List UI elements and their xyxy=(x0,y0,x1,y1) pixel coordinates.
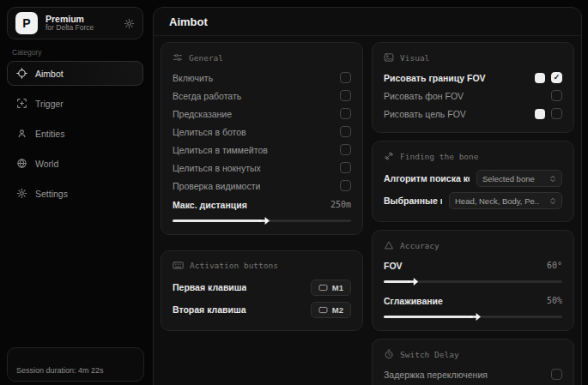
panel-visual: Visual Рисовать границу FOV Рисовать фон… xyxy=(372,42,574,133)
keybind-label: Вторая клавиша xyxy=(173,304,246,315)
mouse-key-icon xyxy=(318,306,328,314)
panel-title: Switch Delay xyxy=(400,350,459,359)
visual-row: Рисовать фон FOV xyxy=(384,87,562,105)
slider-value: 250m xyxy=(330,200,351,209)
keybind-label: Первая клавиша xyxy=(173,282,246,292)
sidebar-item-trigger[interactable]: Trigger xyxy=(7,91,143,116)
toggle-row: Всегда работать xyxy=(173,87,351,105)
slider-thumb[interactable] xyxy=(408,278,418,286)
bone-icon xyxy=(384,151,394,161)
session-duration: Session duration: 4m 22s xyxy=(7,347,144,382)
slider-value: 60° xyxy=(547,261,562,270)
sidebar-item-entities[interactable]: Entities xyxy=(7,121,143,146)
bone-row: Выбранные кости Head, Neck, Body, Pe.. xyxy=(384,189,562,212)
toggle-label: Целиться в тиммейтов xyxy=(173,145,268,155)
visual-row: Рисовать цель FOV xyxy=(384,105,562,123)
slider-smoothing: Сглаживание 50% xyxy=(384,292,562,321)
slider-track-area[interactable] xyxy=(384,277,562,286)
keybind-button[interactable]: M2 xyxy=(311,302,351,318)
stopwatch-icon xyxy=(384,349,394,359)
slider-label: Макс. дистанция xyxy=(173,200,247,210)
select-value: Head, Neck, Body, Pe.. xyxy=(455,196,539,206)
checkbox[interactable] xyxy=(551,369,562,380)
chevron-up-down-icon xyxy=(549,175,556,183)
checkbox[interactable] xyxy=(551,90,562,101)
checkbox[interactable] xyxy=(340,72,351,83)
sidebar-item-label: Entities xyxy=(35,129,64,139)
sidebar-nav: Aimbot Trigger Entities World Settings xyxy=(0,61,150,206)
session-duration-label: Session duration: 4m 22s xyxy=(16,366,104,375)
toggle-label: Включить xyxy=(173,73,213,83)
checkbox[interactable] xyxy=(340,162,351,173)
visual-label: Рисовать границу FOV xyxy=(384,73,486,83)
panel-title: Finding the bone xyxy=(400,152,479,161)
toggle-label: Всегда работать xyxy=(173,91,241,101)
chevron-up-down-icon xyxy=(549,197,556,205)
panel-switch-delay: Switch Delay Задержка переключения Задер… xyxy=(372,339,574,385)
visual-row: Рисовать границу FOV xyxy=(384,69,562,87)
license-subtitle: for Delta Force xyxy=(45,24,116,33)
toggle-row: Целиться в нокнутых xyxy=(173,159,351,177)
main-panel: Aimbot General Включить Всегда работать xyxy=(153,7,582,385)
keybind-row: Вторая клавиша M2 xyxy=(173,298,351,321)
panel-title: Visual xyxy=(400,53,429,63)
toggle-label: Предсказание xyxy=(173,109,232,119)
sidebar-item-settings[interactable]: Settings xyxy=(7,181,143,206)
slider-thumb[interactable] xyxy=(470,313,481,321)
slider-value: 50% xyxy=(547,296,562,305)
checkbox[interactable] xyxy=(340,144,351,155)
toggle-row: Предсказание xyxy=(173,105,351,123)
slider-max-distance: Макс. дистанция 250m xyxy=(173,196,351,225)
checkbox[interactable] xyxy=(551,108,562,119)
checkbox[interactable] xyxy=(340,126,351,137)
color-swatch[interactable] xyxy=(535,73,545,83)
page-title: Aimbot xyxy=(154,8,581,36)
entities-icon xyxy=(16,128,27,139)
toggle-row: Задержка переключения xyxy=(384,365,562,383)
selected-bones-select[interactable]: Head, Neck, Body, Pe.. xyxy=(449,192,562,209)
slider-track-area[interactable] xyxy=(384,312,562,321)
color-swatch[interactable] xyxy=(535,109,545,119)
keybind-button[interactable]: M1 xyxy=(311,280,351,296)
panel-title: General xyxy=(189,53,223,63)
panel-activation-buttons: Activation buttons Первая клавиша M1 Вто… xyxy=(161,250,363,331)
license-card: P Premium for Delta Force xyxy=(7,7,143,39)
gear-icon[interactable] xyxy=(124,18,135,29)
sidebar-item-label: World xyxy=(35,159,58,169)
mouse-key-icon xyxy=(318,284,328,292)
panel-title: Activation buttons xyxy=(190,261,278,270)
checkbox[interactable] xyxy=(340,90,351,101)
panel-general: General Включить Всегда работать Предска… xyxy=(161,42,363,235)
sidebar-item-world[interactable]: World xyxy=(7,151,143,176)
category-label: Category xyxy=(12,48,138,57)
sidebar: P Premium for Delta Force Category Aimbo… xyxy=(0,0,150,385)
toggle-label: Задержка переключения xyxy=(384,370,488,380)
trigger-icon xyxy=(16,98,27,109)
bone-label: Выбранные кости xyxy=(384,196,442,206)
panel-accuracy: Accuracy FOV 60° Сглаживание xyxy=(372,230,574,331)
sidebar-item-label: Settings xyxy=(35,189,68,199)
checkbox[interactable] xyxy=(340,108,351,119)
slider-fov: FOV 60° xyxy=(384,256,562,286)
slider-thumb[interactable] xyxy=(259,217,270,225)
sidebar-item-aimbot[interactable]: Aimbot xyxy=(7,61,143,86)
panel-title: Accuracy xyxy=(400,241,439,250)
select-value: Selected bone xyxy=(482,174,535,183)
toggle-row: Целиться в тиммейтов xyxy=(173,141,351,159)
slider-label: FOV xyxy=(384,261,403,271)
keyboard-icon xyxy=(173,261,184,270)
triangle-icon xyxy=(384,240,394,250)
panel-finding-bone: Finding the bone Алгоритм поиска костей … xyxy=(372,141,574,222)
bone-algorithm-select[interactable]: Selected bone xyxy=(476,170,562,187)
app-logo: P xyxy=(15,12,38,34)
toggle-row: Целиться в ботов xyxy=(173,123,351,141)
bone-row: Алгоритм поиска костей Selected bone xyxy=(384,167,562,189)
keybind-row: Первая клавиша M1 xyxy=(173,276,351,298)
slider-track-area[interactable] xyxy=(173,216,351,225)
crosshair-icon xyxy=(16,68,27,79)
toggle-label: Целиться в нокнутых xyxy=(173,163,261,173)
checkbox[interactable] xyxy=(340,180,351,191)
globe-icon xyxy=(16,158,27,169)
image-icon xyxy=(384,52,394,63)
checkbox[interactable] xyxy=(551,72,562,83)
